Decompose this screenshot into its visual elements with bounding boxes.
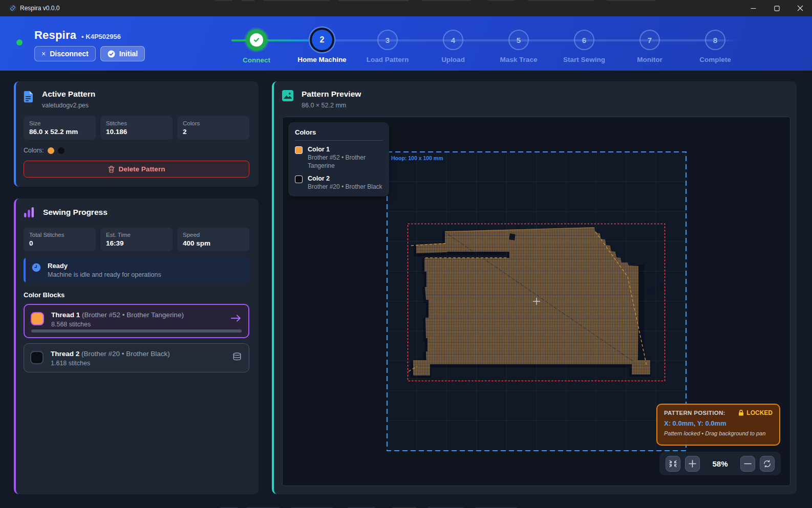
minimize-icon [751, 6, 756, 11]
stat-label: Stitches [106, 120, 167, 126]
step-monitor[interactable]: 7 Monitor [617, 30, 682, 63]
window-title: Respira v0.0.0 [20, 5, 59, 12]
step-label: Upload [420, 56, 486, 63]
stat-label: Total Stitches [29, 232, 90, 238]
stat-value: 86.0 x 52.2 mm [29, 128, 90, 136]
position-label: PATTERN POSITION: [664, 410, 725, 416]
pattern-lock-hint: Pattern locked • Drag background to pan [664, 430, 773, 436]
step-number: 6 [582, 36, 586, 45]
legend-color-detail: Brother #20 • Brother Black [308, 183, 386, 191]
legend-color-name: Color 1 [308, 146, 386, 153]
legend-color-1: Color 1 Brother #52 • Brother Tangerine [295, 146, 382, 170]
thread1-swatch [31, 312, 44, 325]
stat-value: 10.186 [106, 128, 167, 136]
lock-icon [738, 410, 744, 416]
delete-pattern-label: Delete Pattern [119, 165, 165, 173]
sewing-progress-card: Sewing Progress Total Stitches 0 Est. Ti… [14, 198, 259, 494]
bar-chart-icon [24, 207, 35, 218]
step-circle: 5 [508, 30, 529, 50]
background-window-artifact-top [215, 0, 655, 1]
step-label: Start Sewing [551, 56, 617, 63]
locked-label: LOCKED [746, 409, 773, 416]
thread-detail: (Brother #52 • Brother Tangerine) [82, 311, 184, 319]
image-icon [282, 90, 293, 101]
step-complete[interactable]: 8 Complete [682, 30, 748, 63]
step-number: 8 [713, 36, 717, 45]
stat-value: 400 spm [183, 239, 244, 247]
color-dot-2 [58, 147, 65, 154]
step-start-sewing[interactable]: 6 Start Sewing [551, 30, 617, 63]
stat-value: 16:39 [106, 239, 167, 247]
step-label: Complete [682, 56, 748, 63]
legend-color-detail: Brother #52 • Brother Tangerine [308, 154, 386, 170]
pattern-filename: valetudogv2.pes [42, 102, 95, 109]
preview-canvas[interactable]: Hoop: 100 x 100 mm Colors Color 1 Brothe… [282, 117, 790, 486]
stat-stitches: Stitches 10.186 [100, 116, 173, 140]
stat-label: Colors [183, 120, 244, 126]
locked-badge: LOCKED [738, 409, 773, 416]
file-icon [24, 91, 34, 103]
stat-label: Size [29, 120, 90, 126]
step-number: 5 [517, 36, 521, 45]
stat-speed: Speed 400 spm [177, 228, 249, 251]
zoom-in-button[interactable] [685, 456, 700, 472]
sewing-progress-title: Sewing Progress [43, 208, 108, 217]
step-circle: 3 [377, 30, 398, 50]
hoop-label: Hoop: 100 x 100 mm [391, 155, 443, 161]
maximize-icon [774, 6, 780, 11]
pattern-dimensions: 86.0 × 52.2 mm [302, 102, 361, 109]
fit-view-button[interactable] [666, 456, 680, 472]
thread-row-2[interactable]: Thread 2 (Brother #20 • Brother Black) 1… [24, 343, 249, 372]
legend-title: Colors [295, 128, 382, 136]
stat-size: Size 86.0 x 52.2 mm [24, 116, 96, 140]
shrink-icon [669, 460, 677, 468]
clock-icon [32, 263, 41, 272]
arrow-right-icon [231, 314, 241, 322]
close-button[interactable] [788, 0, 812, 16]
check-icon [253, 36, 260, 43]
step-upload[interactable]: 4 Upload [420, 30, 486, 63]
step-number: 3 [386, 36, 390, 45]
step-circle: 7 [639, 30, 660, 50]
legend-color-2: Color 2 Brother #20 • Brother Black [295, 175, 382, 191]
zoom-level: 58% [704, 459, 736, 468]
step-connect[interactable]: Connect [224, 30, 289, 64]
minimize-button[interactable] [741, 0, 765, 16]
color-dot-1 [48, 147, 54, 154]
plus-icon [689, 460, 696, 468]
thread-name: Thread 1 [51, 311, 80, 319]
minus-icon [744, 460, 752, 468]
status-description: Machine is idle and ready for operations [48, 271, 161, 278]
stat-colors: Colors 2 [177, 116, 249, 140]
pattern-preview-card: Pattern Preview 86.0 × 52.2 mm [272, 81, 797, 494]
layers-icon [232, 352, 242, 362]
thread-row-1[interactable]: Thread 1 (Brother #52 • Brother Tangerin… [24, 304, 249, 338]
status-title: Ready [48, 262, 161, 270]
legend-swatch [295, 146, 303, 154]
step-circle: 4 [443, 30, 463, 50]
stat-value: 0 [29, 239, 90, 247]
step-label: Monitor [617, 56, 682, 63]
titlebar: Respira v0.0.0 [0, 0, 812, 16]
legend-swatch [295, 175, 303, 183]
thread-name: Thread 2 [51, 350, 79, 358]
step-load-pattern[interactable]: 3 Load Pattern [355, 30, 420, 63]
maximize-button[interactable] [765, 0, 788, 16]
color-blocks-label: Color Blocks [24, 291, 249, 299]
legend-divider [295, 140, 382, 141]
step-number: 7 [648, 36, 652, 45]
zoom-out-button[interactable] [740, 456, 755, 472]
app-icon [9, 5, 16, 12]
step-mask-trace[interactable]: 5 Mask Trace [486, 30, 551, 63]
colors-legend: Colors Color 1 Brother #52 • Brother Tan… [288, 122, 389, 196]
step-circle: 8 [705, 30, 725, 50]
step-home-machine[interactable]: 2 Home Machine [289, 30, 355, 63]
reset-view-button[interactable] [760, 456, 775, 472]
step-label: Connect [224, 56, 289, 64]
legend-color-name: Color 2 [308, 175, 386, 182]
refresh-icon [763, 460, 771, 468]
step-label: Mask Trace [486, 56, 551, 63]
delete-pattern-button[interactable]: Delete Pattern [24, 161, 249, 178]
step-circle: 6 [574, 30, 594, 50]
pattern-preview-title: Pattern Preview [302, 90, 361, 99]
